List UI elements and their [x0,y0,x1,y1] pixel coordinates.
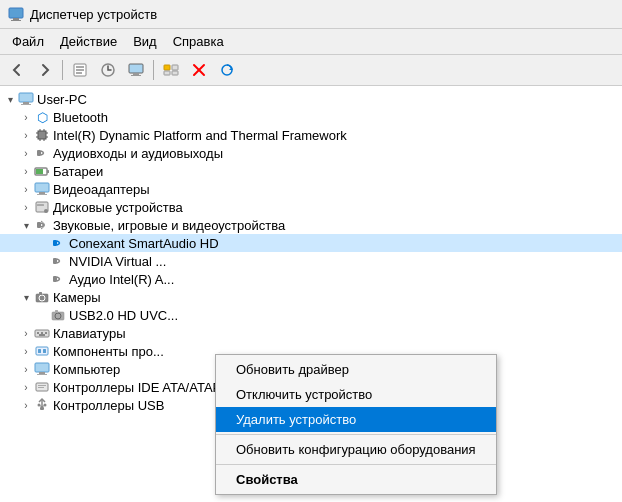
tree-node-intel-platform[interactable]: › Intel(R) Dynamic Platform and Thermal … [0,126,622,144]
tree-node-user-pc[interactable]: ▾ User-PC [0,90,622,108]
disk-icon [34,199,50,215]
svg-rect-36 [39,192,45,194]
svg-rect-13 [164,71,170,75]
ctx-remove-device[interactable]: Удалить устройство [216,407,496,432]
toolbar-computer[interactable] [123,58,149,82]
svg-rect-2 [11,20,21,21]
svg-rect-40 [37,204,44,206]
tree-node-keyboards[interactable]: › Клавиатуры [0,324,622,342]
expander-intel[interactable]: › [18,127,34,143]
expander-ide[interactable]: › [18,379,34,395]
expander-cameras[interactable]: ▾ [18,289,34,305]
ctx-separator-2 [216,464,496,465]
tree-node-display[interactable]: › Видеоадаптеры [0,180,622,198]
tree-node-cameras[interactable]: ▾ Камеры [0,288,622,306]
toolbar-scan[interactable] [214,58,240,82]
expander-audio-io[interactable]: › [18,145,34,161]
tree-label-audio-intel: Аудио Intel(R) A... [69,272,174,287]
toolbar-update-driver[interactable] [95,58,121,82]
tree-label-usb-uvc: USB2.0 HD UVC... [69,308,178,323]
tree-label-audio-io: Аудиовходы и аудиовыходы [53,146,223,161]
svg-rect-50 [55,310,58,313]
svg-rect-60 [39,372,45,374]
app-icon [8,6,24,22]
audio-intel-icon [50,271,66,287]
svg-rect-20 [23,102,29,104]
tree-label-components: Компоненты про... [53,344,164,359]
tree-label-cameras: Камеры [53,290,101,305]
tree-label-bluetooth: Bluetooth [53,110,108,125]
menu-view[interactable]: Вид [125,31,165,52]
svg-rect-33 [47,170,49,173]
menu-help[interactable]: Справка [165,31,232,52]
svg-rect-34 [36,169,43,174]
usb-uvc-icon [50,307,66,323]
tree-label-usb-ctrl: Контроллеры USB [53,398,164,413]
svg-rect-53 [41,332,43,334]
svg-rect-9 [133,73,139,75]
toolbar-forward[interactable] [32,58,58,82]
tree-node-audio-intel[interactable]: › Аудио Intel(R) A... [0,270,622,288]
svg-rect-44 [53,276,57,282]
svg-rect-42 [53,240,57,246]
tree-node-battery[interactable]: › Батареи [0,162,622,180]
keyboard-icon [34,325,50,341]
expander-display[interactable]: › [18,181,34,197]
expander-user-pc[interactable]: ▾ [2,91,18,107]
components-icon [34,343,50,359]
tree-label-keyboards: Клавиатуры [53,326,126,341]
toolbar [0,55,622,86]
toolbar-back[interactable] [4,58,30,82]
menu-file[interactable]: Файл [4,31,52,52]
svg-rect-64 [38,387,44,388]
toolbar-remove[interactable] [186,58,212,82]
tree-label-computer: Компьютер [53,362,120,377]
tree-node-disk[interactable]: › Дисковые устройства [0,198,622,216]
svg-rect-0 [9,8,23,18]
menu-action[interactable]: Действие [52,31,125,52]
svg-rect-59 [35,363,49,372]
expander-battery[interactable]: › [18,163,34,179]
expander-sound[interactable]: ▾ [18,217,34,233]
nvidia-icon [50,253,66,269]
svg-point-67 [38,404,41,407]
expander-components[interactable]: › [18,343,34,359]
svg-rect-41 [37,222,41,228]
expander-usb-ctrl[interactable]: › [18,397,34,413]
ctx-disable-device[interactable]: Отключить устройство [216,382,496,407]
menu-bar: Файл Действие Вид Справка [0,29,622,55]
toolbar-show-hidden[interactable] [158,58,184,82]
svg-rect-21 [21,104,31,105]
tree-node-usb-uvc[interactable]: › USB2.0 HD UVC... [0,306,622,324]
cameras-icon [34,289,50,305]
bluetooth-icon: ⬡ [34,109,50,125]
ctx-separator [216,434,496,435]
conexant-icon [50,235,66,251]
tree-node-nvidia[interactable]: › NVIDIA Virtual ... [0,252,622,270]
svg-rect-56 [36,347,48,355]
tree-node-conexant[interactable]: › Conexant SmartAudio HD [0,234,622,252]
tree-label-intel: Intel(R) Dynamic Platform and Thermal Fr… [53,128,347,143]
toolbar-properties[interactable] [67,58,93,82]
ctx-properties[interactable]: Свойства [216,467,496,492]
svg-rect-11 [164,65,170,70]
expander-disk[interactable]: › [18,199,34,215]
tree-label-disk: Дисковые устройства [53,200,183,215]
expander-bluetooth[interactable]: › [18,109,34,125]
window-title: Диспетчер устройств [30,7,157,22]
expander-computer[interactable]: › [18,361,34,377]
svg-rect-55 [39,334,45,336]
svg-rect-69 [40,407,44,410]
ctx-update-driver[interactable]: Обновить драйвер [216,357,496,382]
svg-rect-58 [43,349,46,353]
svg-rect-37 [37,194,47,195]
tree-node-bluetooth[interactable]: › ⬡ Bluetooth [0,108,622,126]
svg-rect-35 [35,183,49,192]
tree-node-audio-io[interactable]: › Аудиовходы и аудиовыходы [0,144,622,162]
ctx-update-hardware[interactable]: Обновить конфигурацию оборудования [216,437,496,462]
svg-point-39 [44,209,48,213]
expander-keyboards[interactable]: › [18,325,34,341]
svg-rect-63 [38,385,46,386]
tree-node-sound[interactable]: ▾ Звуковые, игровые и видеоустройства [0,216,622,234]
svg-rect-47 [39,292,42,295]
